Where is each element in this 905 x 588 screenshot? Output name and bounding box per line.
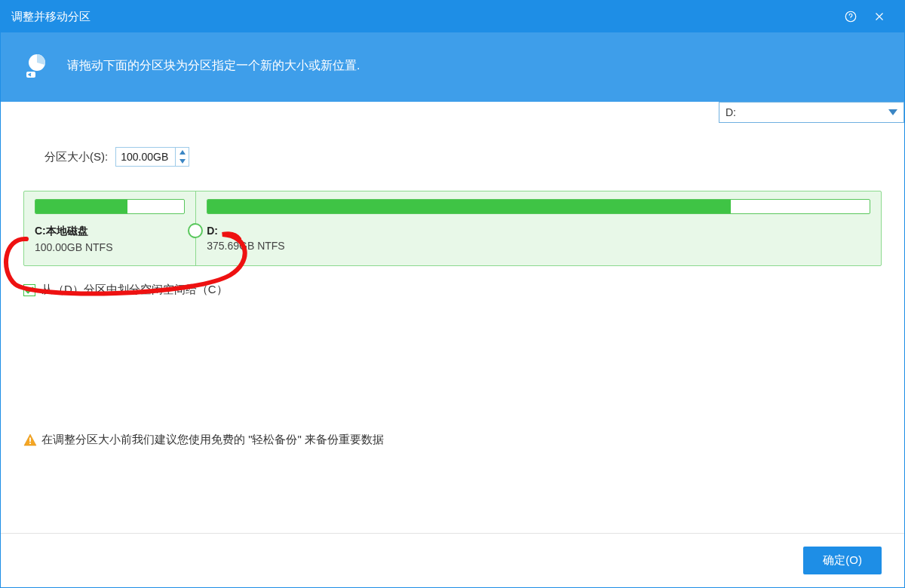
svg-point-1 <box>851 19 851 20</box>
partition-size-spinner[interactable] <box>115 147 189 167</box>
backup-warning: 在调整分区大小前我们建议您使用免费的 "轻松备份" 来备份重要数据 <box>23 297 882 447</box>
instruction-banner: 请拖动下面的分区块为分区指定一个新的大小或新位置. <box>1 32 904 102</box>
allocate-checkbox-label: 从（D）分区中划分空闲空间给（C） <box>41 283 228 297</box>
usage-fill <box>35 200 127 213</box>
allocate-checkbox-row: 从（D）分区中划分空闲空间给（C） <box>23 283 228 297</box>
spinner-down[interactable] <box>176 157 189 166</box>
partition-name: D: <box>207 225 870 237</box>
svg-rect-4 <box>29 437 31 442</box>
partition-size-input[interactable] <box>116 148 175 166</box>
chevron-up-icon <box>179 150 186 155</box>
dialog-footer: 确定(O) <box>1 533 904 587</box>
help-button[interactable] <box>836 2 865 31</box>
help-icon <box>844 10 857 23</box>
usage-bar <box>35 199 185 214</box>
usage-fill <box>207 200 730 213</box>
usage-bar <box>207 199 870 214</box>
warning-icon <box>23 433 37 447</box>
dialog-window: 调整并移动分区 请拖动下面的分区块为分区指定一个新的大小 <box>0 0 905 588</box>
allocate-checkbox[interactable] <box>23 284 35 296</box>
backup-warning-text: 在调整分区大小前我们建议您使用免费的 "轻松备份" 来备份重要数据 <box>41 433 384 447</box>
partition-block[interactable]: D:375.69GB NTFS <box>195 191 881 265</box>
source-drive-value: D: <box>726 106 888 118</box>
partition-size-label: 分区大小(S): <box>44 150 108 164</box>
chevron-down-icon <box>888 109 897 115</box>
spinner-buttons <box>175 148 189 166</box>
allocate-row: 从（D）分区中划分空闲空间给（C） D: <box>23 283 882 297</box>
source-drive-select[interactable]: D: <box>719 102 904 123</box>
partition-block[interactable]: C:本地磁盘100.00GB NTFS <box>24 191 195 265</box>
chevron-down-icon <box>179 159 186 164</box>
partition-name: C:本地磁盘 <box>35 225 185 238</box>
titlebar: 调整并移动分区 <box>1 1 904 32</box>
dialog-body: 分区大小(S): C:本地磁盘100.00GB NTFS <box>1 102 904 587</box>
svg-rect-5 <box>29 443 31 444</box>
check-icon <box>25 286 34 294</box>
partition-size-row: 分区大小(S): <box>44 147 882 167</box>
ok-button[interactable]: 确定(O) <box>803 547 882 574</box>
close-icon <box>873 10 886 23</box>
partition-icon <box>23 52 51 79</box>
partition-info: 375.69GB NTFS <box>207 240 870 252</box>
spinner-up[interactable] <box>176 148 189 157</box>
close-button[interactable] <box>865 2 894 31</box>
partition-info: 100.00GB NTFS <box>35 241 185 253</box>
window-title: 调整并移动分区 <box>11 10 90 24</box>
instruction-text: 请拖动下面的分区块为分区指定一个新的大小或新位置. <box>67 58 360 74</box>
partition-visualization[interactable]: C:本地磁盘100.00GB NTFSD:375.69GB NTFS <box>23 191 882 266</box>
partition-drag-handle[interactable] <box>188 223 203 238</box>
content-area: 分区大小(S): C:本地磁盘100.00GB NTFS <box>1 102 904 533</box>
